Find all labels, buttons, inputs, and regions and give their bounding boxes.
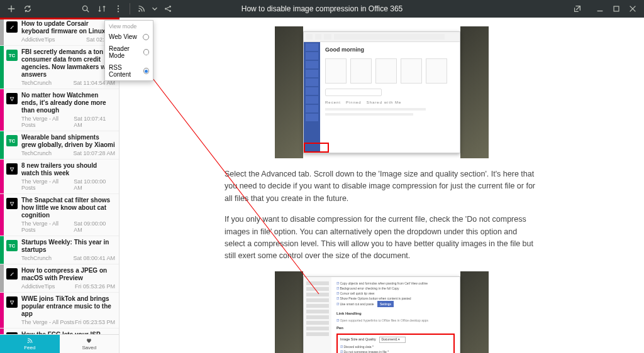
tab-feed[interactable]: Feed bbox=[0, 335, 60, 353]
feed-item-time: Sat 09:00:00 AM bbox=[74, 220, 115, 233]
article-paragraph: Select the Advanced tab. Scroll down to … bbox=[225, 168, 539, 205]
feed-item-title: Wearable band shipments grew globally, d… bbox=[21, 134, 115, 149]
feed-item-title: No matter how Watchmen ends, it's alread… bbox=[21, 92, 115, 114]
svg-point-9 bbox=[28, 342, 29, 343]
feed-item-time: Sat 10:00:00 AM bbox=[74, 178, 115, 191]
feed-item[interactable]: TCWearable band shipments grew globally,… bbox=[0, 131, 119, 160]
view-mode-popup: View mode Web ViewReader ModeRSS Content bbox=[104, 20, 153, 81]
svg-point-7 bbox=[169, 10, 171, 12]
feed-source-icon: TC bbox=[4, 46, 20, 89]
tab-saved-label: Saved bbox=[82, 345, 96, 350]
maximize-button[interactable] bbox=[609, 1, 624, 16]
tab-saved[interactable]: Saved bbox=[60, 335, 119, 353]
article-screenshot-1: Good morning Recent Pinned Shared with M… bbox=[275, 26, 489, 158]
rss-icon[interactable] bbox=[134, 1, 149, 16]
feed-source-icon: TC bbox=[4, 236, 20, 264]
feed-item[interactable]: ▽How the FCC lets your ISP paint a rosy … bbox=[0, 329, 119, 334]
close-button[interactable] bbox=[625, 1, 640, 16]
feed-item-source: The Verge - All Posts bbox=[21, 116, 74, 128]
rss-dropdown-button[interactable] bbox=[150, 1, 159, 16]
sort-button[interactable] bbox=[94, 1, 109, 16]
feed-item[interactable]: TCStartups Weekly: This year in startups… bbox=[0, 236, 119, 264]
feed-item[interactable]: ▽8 new trailers you should watch this we… bbox=[0, 160, 119, 194]
feed-item-title: FBI secretly demands a ton of consumer d… bbox=[21, 48, 115, 79]
feed-item[interactable]: ▽No matter how Watchmen ends, it's alrea… bbox=[0, 89, 119, 131]
radio-icon bbox=[143, 49, 149, 55]
feed-item-time: Sat 10:07:41 AM bbox=[74, 116, 115, 128]
view-mode-option-label: Web View bbox=[109, 33, 137, 40]
feed-item-time: Fri 05:53:26 PM bbox=[75, 283, 115, 290]
feed-source-icon: ▽ bbox=[4, 293, 20, 328]
add-button[interactable] bbox=[4, 1, 19, 16]
feed-source-icon: TC bbox=[4, 131, 20, 159]
view-mode-header: View mode bbox=[105, 21, 153, 31]
feed-item-title: How to update Corsair keyboard firmware … bbox=[21, 20, 115, 35]
svg-point-2 bbox=[118, 8, 119, 9]
article-paragraph: If you only want to disable compression … bbox=[225, 214, 539, 263]
svg-point-5 bbox=[165, 8, 167, 10]
open-external-button[interactable] bbox=[570, 1, 585, 16]
sidebar: ⟋How to update Corsair keyboard firmware… bbox=[0, 18, 119, 353]
svg-rect-8 bbox=[614, 6, 619, 11]
view-mode-option[interactable]: Reader Mode bbox=[105, 43, 153, 62]
feed-item[interactable]: TCFBI secretly demands a ton of consumer… bbox=[0, 46, 119, 89]
feed-item-source: TechCrunch bbox=[21, 255, 52, 261]
view-mode-option[interactable]: RSS Content bbox=[105, 62, 153, 80]
view-mode-option-label: RSS Content bbox=[109, 64, 143, 78]
feed-item-title: Startups Weekly: This year in startups bbox=[21, 239, 115, 254]
feed-list[interactable]: ⟋How to update Corsair keyboard firmware… bbox=[0, 18, 119, 334]
feed-item-title: WWE joins TikTok and brings popular entr… bbox=[21, 295, 115, 318]
loading-bar bbox=[0, 18, 119, 19]
feed-item-time: Fri 05:23:53 PM bbox=[75, 319, 115, 325]
feed-item[interactable]: ▽The Snapchat cat filter shows how littl… bbox=[0, 194, 119, 236]
svg-point-6 bbox=[169, 6, 171, 8]
page-title: How to disable image compression in Offi… bbox=[242, 4, 403, 13]
svg-point-4 bbox=[138, 10, 140, 11]
feed-source-icon: ▽ bbox=[4, 160, 20, 193]
feed-item[interactable]: ⟋How to update Corsair keyboard firmware… bbox=[0, 18, 119, 46]
feed-item-title: 8 new trailers you should watch this wee… bbox=[21, 162, 115, 177]
titlebar: How to disable image compression in Offi… bbox=[0, 0, 644, 18]
svg-point-3 bbox=[118, 11, 119, 12]
view-mode-option[interactable]: Web View bbox=[105, 31, 153, 43]
screenshot-heading: Good morning bbox=[325, 46, 455, 55]
radio-icon bbox=[143, 34, 149, 40]
feed-source-icon: ⟋ bbox=[4, 264, 20, 292]
feed-item-time: Sat 10:07:28 AM bbox=[73, 150, 115, 156]
bottom-tab-bar: Feed Saved bbox=[0, 334, 119, 353]
feed-source-icon: ▽ bbox=[4, 329, 20, 334]
feed-item-source: TechCrunch bbox=[21, 80, 52, 86]
radio-icon bbox=[143, 68, 149, 74]
feed-source-icon: ⟋ bbox=[4, 18, 20, 45]
more-button[interactable] bbox=[111, 1, 126, 16]
feed-source-icon: ▽ bbox=[4, 194, 20, 236]
feed-item[interactable]: ▽WWE joins TikTok and brings popular ent… bbox=[0, 293, 119, 329]
feed-source-icon: ▽ bbox=[4, 89, 20, 131]
feed-item-title: How to compress a JPEG on macOS with Pre… bbox=[21, 267, 115, 282]
feed-item[interactable]: ⟋How to compress a JPEG on macOS with Pr… bbox=[0, 264, 119, 293]
share-button[interactable] bbox=[160, 1, 175, 16]
refresh-button[interactable] bbox=[20, 1, 35, 16]
svg-point-0 bbox=[82, 6, 87, 10]
feed-item-source: The Verge - All Posts bbox=[21, 178, 74, 191]
minimize-button[interactable] bbox=[592, 1, 608, 16]
feed-item-title: The Snapchat cat filter shows how little… bbox=[21, 197, 115, 219]
feed-item-source: The Verge - All Posts bbox=[21, 220, 74, 233]
feed-item-time: Sat 08:00:41 AM bbox=[73, 255, 115, 261]
svg-point-1 bbox=[118, 5, 119, 6]
feed-item-source: The Verge - All Posts bbox=[21, 319, 74, 325]
tab-feed-label: Feed bbox=[24, 345, 35, 350]
feed-item-source: TechCrunch bbox=[21, 150, 52, 156]
feed-item-source: AddictiveTips bbox=[21, 283, 55, 290]
feed-item-source: AddictiveTips bbox=[21, 36, 55, 43]
article-screenshot-2: Copy objects and formulas when pasting f… bbox=[275, 271, 489, 353]
article-content[interactable]: Good morning Recent Pinned Shared with M… bbox=[119, 18, 644, 353]
view-mode-option-label: Reader Mode bbox=[109, 45, 143, 59]
search-button[interactable] bbox=[78, 1, 93, 16]
